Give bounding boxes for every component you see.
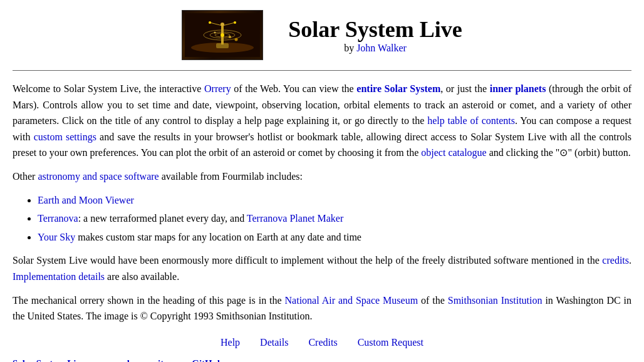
svg-point-13: [209, 21, 211, 24]
header-image: [182, 10, 263, 60]
implementation-link[interactable]: Implementation details: [13, 271, 105, 282]
svg-point-10: [214, 32, 216, 34]
intro-paragraph: Welcome to Solar System Live, the intera…: [13, 81, 631, 161]
museum-paragraph: The mechanical orrery shown in the headi…: [13, 292, 631, 324]
museum-link[interactable]: National Air and Space Museum: [285, 295, 418, 306]
terranova-planet-maker-link[interactable]: Terranova Planet Maker: [247, 213, 343, 224]
earth-moon-viewer-link[interactable]: Earth and Moon Viewer: [38, 195, 134, 205]
svg-point-7: [221, 33, 224, 37]
main-content: Welcome to Solar System Live, the intera…: [0, 81, 644, 324]
credits-paragraph: Solar System Live would have been enormo…: [13, 252, 631, 284]
custom-request-nav-link[interactable]: Custom Request: [358, 337, 423, 348]
svg-point-9: [235, 38, 238, 41]
smithsonian-link[interactable]: Smithsonian Institution: [448, 295, 543, 306]
credits-nav-link[interactable]: Credits: [308, 337, 337, 348]
page-title: Solar System Live: [288, 16, 462, 43]
github-link[interactable]: Solar System Live source code repository…: [13, 358, 631, 362]
page-header: Solar System Live by John Walker: [0, 0, 644, 65]
help-table-link[interactable]: help table of contents: [427, 115, 515, 126]
custom-settings-link[interactable]: custom settings: [34, 132, 96, 142]
orrery-link[interactable]: Orrery: [204, 83, 231, 94]
footer-nav: Help Details Credits Custom Request: [0, 337, 644, 348]
inner-planets-link[interactable]: inner planets: [490, 83, 546, 94]
svg-point-8: [229, 36, 231, 38]
software-list: Earth and Moon Viewer Terranova: a new t…: [38, 192, 631, 246]
svg-point-14: [234, 21, 236, 24]
astronomy-software-link[interactable]: astronomy and space software: [38, 171, 158, 182]
help-nav-link[interactable]: Help: [221, 337, 240, 348]
header-divider: [13, 70, 631, 71]
terranova-link[interactable]: Terranova: [38, 213, 78, 224]
list-item: Earth and Moon Viewer: [38, 192, 631, 209]
byline: by John Walker: [288, 43, 462, 54]
author-link[interactable]: John Walker: [356, 43, 407, 53]
list-item: Your Sky makes custom star maps for any …: [38, 229, 631, 246]
title-block: Solar System Live by John Walker: [288, 16, 462, 54]
object-catalogue-link[interactable]: object catalogue: [421, 147, 486, 158]
svg-point-15: [221, 23, 224, 26]
footer-links: Solar System Live source code repository…: [0, 358, 644, 362]
entire-solar-system-link[interactable]: entire Solar System: [356, 83, 440, 94]
other-software-paragraph: Other astronomy and space software avail…: [13, 168, 631, 185]
details-nav-link[interactable]: Details: [260, 337, 288, 348]
credits-link[interactable]: credits: [602, 255, 629, 266]
list-item: Terranova: a new terraformed planet ever…: [38, 210, 631, 227]
your-sky-link[interactable]: Your Sky: [38, 232, 75, 242]
